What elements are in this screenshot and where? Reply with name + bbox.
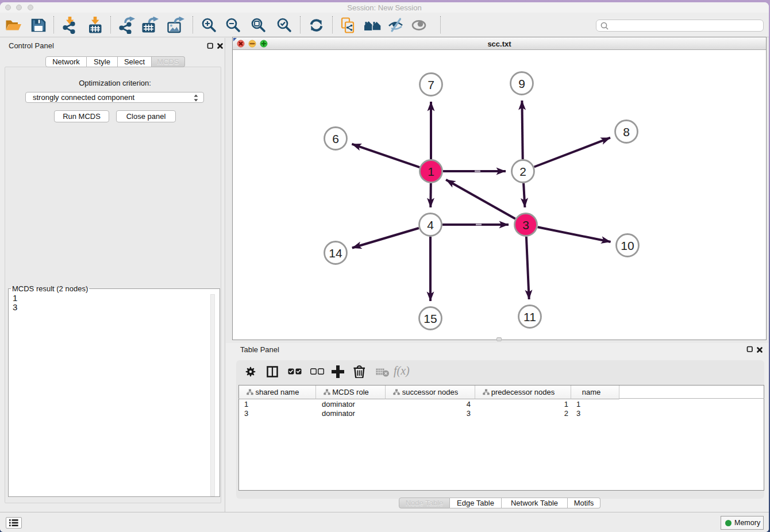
svg-text:14: 14	[329, 246, 342, 260]
svg-text:1: 1	[428, 165, 434, 178]
svg-text:6: 6	[332, 132, 339, 145]
svg-text:15: 15	[424, 312, 437, 325]
svg-text:10: 10	[621, 239, 634, 252]
svg-text:9: 9	[518, 77, 525, 90]
svg-text:8: 8	[623, 125, 630, 138]
svg-text:7: 7	[428, 78, 434, 91]
svg-text:11: 11	[523, 310, 536, 323]
svg-text:2: 2	[519, 165, 526, 178]
svg-text:3: 3	[522, 218, 529, 232]
svg-text:4: 4	[427, 218, 434, 232]
